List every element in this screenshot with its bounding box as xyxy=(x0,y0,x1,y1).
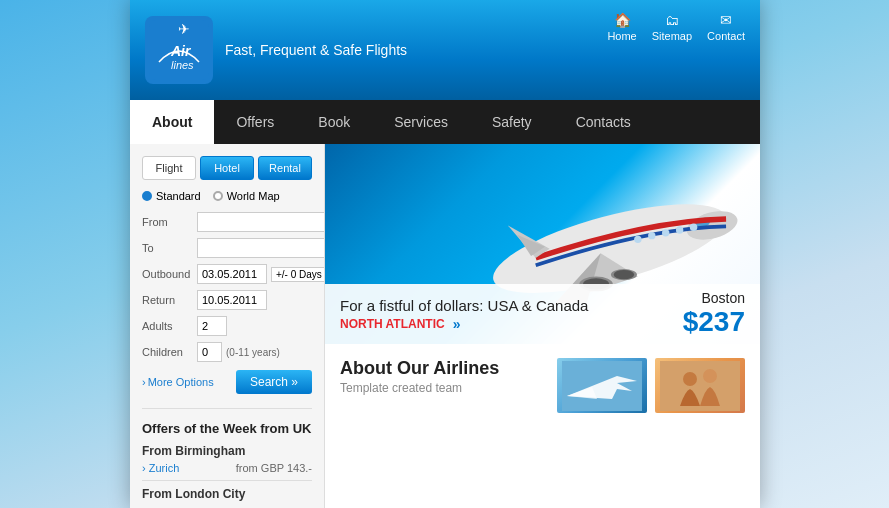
tab-hotel[interactable]: Hotel xyxy=(200,156,254,180)
offer-city-birmingham: From Birmingham xyxy=(142,444,312,458)
world-map-radio-dot xyxy=(213,191,223,201)
svg-point-15 xyxy=(690,224,697,231)
from-label: From xyxy=(142,216,197,228)
nav-book[interactable]: Book xyxy=(296,100,372,144)
promo-main-text: For a fistful of dollars: USA & Canada xyxy=(340,297,588,314)
svg-point-10 xyxy=(614,270,634,279)
tagline: Fast, Frequent & Safe Flights xyxy=(225,42,407,58)
outbound-label: Outbound xyxy=(142,268,197,280)
svg-point-11 xyxy=(634,236,641,243)
nav-offers[interactable]: Offers xyxy=(214,100,296,144)
promo-price: $237 xyxy=(683,306,745,338)
svg-text:✈: ✈ xyxy=(178,21,190,37)
left-panel: Flight Hotel Rental Standard World Map F… xyxy=(130,144,325,508)
home-label: Home xyxy=(607,30,636,42)
logo-svg: ✈ Air lines xyxy=(149,20,209,80)
about-title: About Our Airlines xyxy=(340,358,545,379)
offers-section: Offers of the Week from UK From Birmingh… xyxy=(142,408,312,501)
svg-point-19 xyxy=(703,369,717,383)
return-input[interactable] xyxy=(197,290,267,310)
tab-rental[interactable]: Rental xyxy=(258,156,312,180)
promo-left: For a fistful of dollars: USA & Canada N… xyxy=(340,297,588,332)
adults-input[interactable] xyxy=(197,316,227,336)
svg-point-13 xyxy=(662,229,669,236)
promo-price-box: Boston $237 xyxy=(683,290,745,338)
from-row: From xyxy=(142,212,312,232)
promo-sub: NORTH ATLANTIC » xyxy=(340,316,588,332)
children-row: Children (0-11 years) xyxy=(142,342,312,362)
offer-zurich-row: › Zurich from GBP 143.- xyxy=(142,462,312,474)
children-label: Children xyxy=(142,346,197,358)
zurich-link[interactable]: › Zurich xyxy=(142,462,179,474)
svg-text:Air: Air xyxy=(170,43,192,59)
thumb-people-svg xyxy=(660,361,740,411)
right-panel: For a fistful of dollars: USA & Canada N… xyxy=(325,144,760,508)
main-container: ✈ Air lines Fast, Frequent & Safe Flight… xyxy=(130,0,760,508)
nav-safety[interactable]: Safety xyxy=(470,100,554,144)
arrow-icon: › xyxy=(142,376,146,388)
sitemap-label: Sitemap xyxy=(652,30,692,42)
sitemap-link[interactable]: 🗂 Sitemap xyxy=(652,12,692,42)
header: ✈ Air lines Fast, Frequent & Safe Flight… xyxy=(130,0,760,100)
nav-about[interactable]: About xyxy=(130,100,214,144)
about-text: About Our Airlines Template created team xyxy=(340,358,545,413)
nav-contacts[interactable]: Contacts xyxy=(554,100,653,144)
standard-radio-dot xyxy=(142,191,152,201)
standard-radio[interactable]: Standard xyxy=(142,190,201,202)
sitemap-icon: 🗂 xyxy=(665,12,679,28)
standard-label: Standard xyxy=(156,190,201,202)
return-label: Return xyxy=(142,294,197,306)
return-row: Return xyxy=(142,290,312,310)
thumbnail-airplane xyxy=(557,358,647,413)
outbound-input[interactable] xyxy=(197,264,267,284)
tab-flight[interactable]: Flight xyxy=(142,156,196,180)
svg-point-18 xyxy=(683,372,697,386)
children-input[interactable] xyxy=(197,342,222,362)
from-input[interactable] xyxy=(197,212,325,232)
outbound-row: Outbound +/- 0 Days xyxy=(142,264,312,284)
promo-city: Boston xyxy=(683,290,745,306)
promo-sub-text: NORTH ATLANTIC xyxy=(340,317,445,331)
thumbnail-people xyxy=(655,358,745,413)
more-options-link[interactable]: › More Options xyxy=(142,376,214,388)
contact-label: Contact xyxy=(707,30,745,42)
to-input[interactable] xyxy=(197,238,325,258)
content-area: Flight Hotel Rental Standard World Map F… xyxy=(130,144,760,508)
header-links: 🏠 Home 🗂 Sitemap ✉ Contact xyxy=(607,12,745,42)
about-subtitle: Template created team xyxy=(340,381,545,395)
world-map-label: World Map xyxy=(227,190,280,202)
days-badge: +/- 0 Days xyxy=(271,267,325,282)
svg-rect-17 xyxy=(660,361,740,411)
to-row: To xyxy=(142,238,312,258)
more-options-label: More Options xyxy=(148,376,214,388)
adults-row: Adults xyxy=(142,316,312,336)
offer-city-london: From London City xyxy=(142,487,312,501)
search-button[interactable]: Search » xyxy=(236,370,312,394)
offer-divider xyxy=(142,480,312,481)
adults-label: Adults xyxy=(142,320,197,332)
search-tabs: Flight Hotel Rental xyxy=(142,156,312,180)
main-nav: About Offers Book Services Safety Contac… xyxy=(130,100,760,144)
zurich-price: from GBP 143.- xyxy=(236,462,312,474)
hero-area: For a fistful of dollars: USA & Canada N… xyxy=(325,144,760,344)
search-btn-label: Search » xyxy=(250,375,298,389)
promo-strip: For a fistful of dollars: USA & Canada N… xyxy=(325,284,760,344)
about-thumbnails xyxy=(557,358,745,413)
offers-title: Offers of the Week from UK xyxy=(142,421,312,436)
form-actions: › More Options Search » xyxy=(142,370,312,394)
thumb-airplane-svg xyxy=(562,361,642,411)
nav-services[interactable]: Services xyxy=(372,100,470,144)
home-icon: 🏠 xyxy=(614,12,631,28)
world-map-radio[interactable]: World Map xyxy=(213,190,280,202)
to-label: To xyxy=(142,242,197,254)
children-range: (0-11 years) xyxy=(226,347,280,358)
logo-box: ✈ Air lines xyxy=(145,16,213,84)
svg-text:lines: lines xyxy=(171,59,194,71)
svg-point-14 xyxy=(676,226,683,233)
search-mode-radio: Standard World Map xyxy=(142,190,312,202)
contact-icon: ✉ xyxy=(720,12,732,28)
home-link[interactable]: 🏠 Home xyxy=(607,12,636,42)
svg-point-12 xyxy=(648,232,655,239)
contact-link[interactable]: ✉ Contact xyxy=(707,12,745,42)
about-section: About Our Airlines Template created team xyxy=(325,344,760,413)
